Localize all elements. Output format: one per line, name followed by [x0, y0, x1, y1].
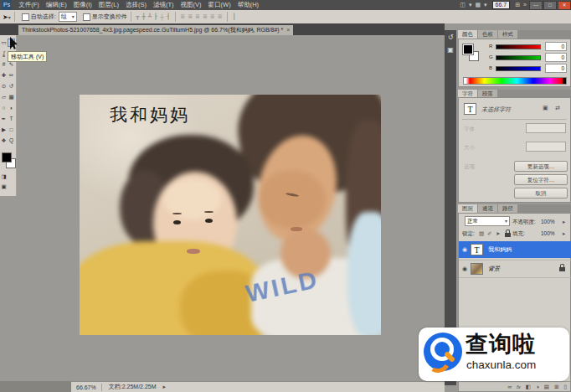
cancel-button[interactable]: 取消 — [514, 188, 568, 199]
menu-layer[interactable]: 图层(L) — [95, 0, 122, 10]
auto-align-icon[interactable]: ┃ — [231, 13, 237, 20]
menu-view[interactable]: 视图(V) — [177, 0, 205, 10]
tab-styles[interactable]: 样式 — [498, 30, 518, 39]
show-transform-checkbox[interactable] — [83, 13, 90, 21]
clone-stamp-tool[interactable]: ⊙ — [0, 82, 8, 90]
font-field[interactable] — [526, 123, 566, 133]
align-left-icon[interactable]: ┠ — [152, 13, 158, 20]
new-group-icon[interactable]: ▤ — [544, 384, 549, 390]
lock-pixels-icon[interactable]: ✐ — [487, 230, 491, 237]
gradient-tool[interactable]: ▦ — [8, 93, 15, 101]
zoom-tool[interactable]: Q — [8, 137, 15, 145]
screen-mode-icon[interactable]: ⊞ — [513, 0, 522, 10]
align-top-icon[interactable]: ┳ — [135, 13, 141, 20]
menu-help[interactable]: 帮助(H) — [234, 0, 262, 10]
fill-value[interactable]: 100% — [541, 230, 555, 236]
adjustment-layer-icon[interactable]: ◑ — [536, 384, 539, 389]
distribute-top-icon[interactable]: ≣ — [179, 13, 187, 20]
new-layer-icon[interactable]: ⊞ — [554, 384, 558, 390]
menu-image[interactable]: 图像(I) — [70, 0, 95, 10]
menu-filter[interactable]: 滤镜(T) — [150, 0, 177, 10]
rect-marquee-tool[interactable]: ▭ — [0, 39, 8, 47]
history-panel-icon[interactable]: ↺ — [445, 30, 456, 41]
green-slider[interactable] — [496, 55, 541, 60]
restore-button[interactable]: □ — [543, 1, 557, 10]
blur-tool[interactable]: ○ — [0, 104, 8, 112]
update-options-button[interactable]: 更新选项… — [514, 161, 568, 172]
distribute-bottom-icon[interactable]: ≣ — [194, 13, 202, 20]
screen-mode-toggle-icon[interactable]: ▣ — [0, 183, 8, 191]
minimize-button[interactable]: — — [529, 1, 543, 10]
launch-bridge-icon[interactable]: ◫ — [458, 0, 467, 10]
opacity-value[interactable]: 100% — [541, 219, 555, 224]
background-layer-thumbnail[interactable] — [471, 263, 483, 275]
red-value-field[interactable]: 0 — [545, 42, 567, 51]
opacity-arrow-icon[interactable]: ▸ — [563, 219, 565, 225]
align-vcenter-icon[interactable]: ╋ — [141, 13, 147, 20]
document-tab[interactable]: ThinkstockPhotos-521007658_4x3.jpg.pages… — [18, 25, 293, 35]
menu-window[interactable]: 窗口(W) — [205, 0, 234, 10]
tab-swatches[interactable]: 色板 — [478, 30, 498, 39]
layer-name[interactable]: 我和妈妈 — [488, 245, 512, 254]
quick-mask-icon[interactable]: ◨ — [0, 173, 8, 181]
type-tool[interactable]: T — [8, 115, 15, 123]
tab-layers[interactable]: 图层 — [458, 204, 478, 213]
fill-arrow-icon[interactable]: ▸ — [563, 230, 565, 237]
status-menu-arrow-icon[interactable]: ▸ — [163, 384, 167, 390]
delete-layer-icon[interactable]: ▯ — [563, 384, 567, 390]
blue-slider[interactable] — [496, 66, 541, 71]
lock-position-icon[interactable]: ➤ — [496, 230, 500, 237]
healing-brush-tool[interactable]: ✚ — [0, 71, 8, 80]
layer-name[interactable]: 背景 — [488, 265, 500, 273]
align-hcenter-icon[interactable]: ┼ — [159, 14, 166, 20]
size-field[interactable] — [526, 142, 566, 152]
zoom-level-field[interactable]: 66.7 — [492, 1, 511, 9]
dodge-tool[interactable]: ◖ — [8, 104, 15, 112]
close-button[interactable]: ✕ — [558, 1, 571, 10]
tab-close-icon[interactable]: × — [286, 25, 290, 35]
align-bottom-icon[interactable]: ┻ — [147, 13, 152, 20]
shape-tool[interactable]: □ — [8, 126, 15, 134]
auto-select-target-dropdown[interactable]: 组 ▾ — [59, 12, 77, 22]
lock-all-icon[interactable] — [505, 233, 511, 237]
blue-value-field[interactable]: 0 — [545, 64, 567, 73]
eye-icon[interactable]: ◉ — [459, 266, 471, 272]
hand-tool[interactable]: ❖ — [0, 137, 8, 145]
view-extras-icon[interactable]: ▦ — [473, 0, 482, 10]
pen-tool[interactable]: ✒ — [0, 115, 8, 123]
menu-select[interactable]: 选择(S) — [122, 0, 150, 10]
add-mask-icon[interactable]: ◧ — [526, 384, 531, 390]
history-brush-tool[interactable]: ↺ — [8, 82, 15, 90]
panel-swap-icon[interactable]: ⇄ — [555, 105, 560, 111]
distribute-hcenter-icon[interactable]: ≣ — [208, 13, 216, 20]
collapsed-panel-icon[interactable]: ▣ — [445, 41, 456, 54]
eye-icon[interactable]: ◉ — [459, 246, 471, 253]
color-spectrum-ramp[interactable] — [463, 77, 567, 85]
lasso-tool[interactable]: ʆ — [0, 49, 8, 58]
red-slider[interactable] — [496, 44, 541, 49]
tab-channels[interactable]: 通道 — [478, 204, 498, 213]
auto-select-checkbox[interactable] — [22, 13, 29, 21]
canvas-image[interactable]: WILD 我和妈妈 — [80, 95, 381, 335]
workspace-overflow-icon[interactable]: » — [522, 0, 528, 10]
text-layer-thumbnail[interactable]: T — [471, 244, 483, 255]
crop-tool[interactable]: # — [0, 60, 8, 69]
blend-mode-dropdown[interactable]: 正常 ▾ — [465, 216, 510, 226]
menu-file[interactable]: 文件(F) — [15, 0, 43, 10]
layer-style-icon[interactable]: fx — [517, 384, 521, 389]
tab-paths[interactable]: 路径 — [498, 204, 518, 213]
status-zoom-value[interactable]: 66.67% — [71, 384, 101, 390]
reset-character-button[interactable]: 复位字符… — [514, 174, 568, 185]
layer-row-background[interactable]: ◉ 背景 — [459, 260, 571, 278]
menu-edit[interactable]: 编辑(E) — [43, 0, 70, 10]
brush-tool[interactable]: ✏ — [8, 71, 15, 80]
eraser-tool[interactable]: ▱ — [0, 93, 8, 101]
distribute-vcenter-icon[interactable]: ≣ — [187, 13, 194, 20]
layer-row-text[interactable]: ◉ T 我和妈妈 — [459, 241, 571, 258]
link-layers-icon[interactable]: ∞ — [507, 384, 512, 389]
tab-color[interactable]: 颜色 — [458, 30, 478, 39]
distribute-left-icon[interactable]: ≣ — [201, 13, 208, 20]
move-tool-preset-icon[interactable]: ➤ — [3, 13, 8, 21]
chevron-down-icon[interactable]: ▾ — [8, 14, 11, 20]
lock-transparent-icon[interactable]: ▨ — [479, 230, 484, 237]
